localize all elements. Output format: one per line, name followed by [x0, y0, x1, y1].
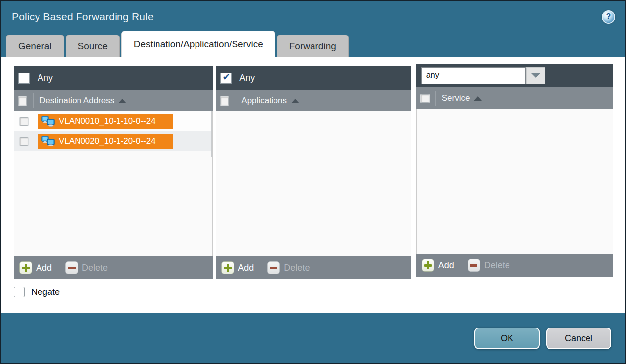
add-button[interactable]: Add	[19, 261, 52, 274]
tab-forwarding[interactable]: Forwarding	[277, 35, 349, 57]
negate-checkbox[interactable]	[14, 287, 25, 297]
service-column-header: Service	[416, 87, 613, 109]
table-row[interactable]: VLAN0010_10-1-10-0--24	[14, 111, 212, 131]
applications-toolbar: Add Delete	[216, 256, 411, 279]
address-object-label: VLAN0010_10-1-10-0--24	[59, 116, 156, 126]
applications-any-checkbox[interactable]	[221, 73, 231, 83]
plus-icon	[221, 261, 234, 274]
plus-icon	[422, 259, 434, 272]
network-address-icon	[41, 136, 55, 146]
negate-row: Negate	[14, 287, 613, 297]
applications-select-all-checkbox[interactable]	[220, 97, 229, 105]
service-select-all-checkbox[interactable]	[421, 94, 429, 103]
address-object-label: VLAN0020_10-1-20-0--24	[59, 136, 156, 146]
add-button[interactable]: Add	[221, 261, 254, 274]
service-dropdown-value[interactable]: any	[421, 67, 526, 84]
applications-header-label: Applications	[241, 96, 287, 106]
row-checkbox[interactable]	[20, 137, 28, 146]
scrollbar[interactable]	[211, 111, 212, 157]
applications-any-bar: Any	[216, 66, 411, 90]
policy-based-forwarding-dialog: Policy Based Forwarding Rule ? General S…	[0, 0, 626, 364]
destination-select-all-checkbox[interactable]	[18, 97, 27, 105]
service-dropdown-bar: any	[416, 64, 613, 87]
destination-column-header: Destination Address	[14, 90, 213, 111]
negate-label: Negate	[31, 287, 60, 297]
sort-ascending-icon[interactable]	[118, 99, 126, 103]
add-button-label: Add	[238, 263, 254, 273]
service-header-label: Service	[442, 93, 470, 103]
address-object-chip[interactable]: VLAN0020_10-1-20-0--24	[38, 134, 173, 149]
destination-any-label: Any	[38, 73, 53, 83]
plus-icon	[19, 261, 32, 274]
minus-icon	[267, 261, 280, 274]
delete-button[interactable]: Delete	[468, 259, 510, 272]
network-address-icon	[41, 116, 55, 127]
minus-icon	[65, 261, 78, 274]
applications-column-header: Applications	[216, 90, 411, 111]
titlebar: Policy Based Forwarding Rule ?	[1, 1, 625, 33]
table-row[interactable]: VLAN0020_10-1-20-0--24	[14, 131, 212, 151]
applications-any-label: Any	[239, 73, 255, 83]
service-dropdown[interactable]: any	[421, 67, 545, 84]
add-button-label: Add	[438, 260, 454, 271]
add-button[interactable]: Add	[422, 259, 454, 272]
header-divider	[33, 93, 34, 108]
row-checkbox-cell	[14, 111, 34, 131]
delete-button-label: Delete	[484, 260, 510, 271]
destination-any-bar: Any	[14, 66, 213, 90]
help-icon[interactable]: ?	[602, 10, 615, 24]
sort-ascending-icon[interactable]	[474, 96, 482, 101]
delete-button-label: Delete	[82, 263, 108, 273]
cancel-button[interactable]: Cancel	[546, 328, 611, 349]
tab-bar: General Source Destination/Application/S…	[1, 33, 625, 57]
service-panel: any Service Add	[416, 64, 613, 277]
sort-ascending-icon[interactable]	[291, 99, 299, 103]
minus-icon	[468, 259, 480, 272]
row-checkbox[interactable]	[20, 117, 28, 126]
header-divider	[235, 93, 235, 108]
address-object-chip[interactable]: VLAN0010_10-1-10-0--24	[38, 114, 173, 129]
tab-source[interactable]: Source	[66, 35, 120, 57]
delete-button[interactable]: Delete	[267, 261, 310, 274]
applications-list	[216, 111, 411, 256]
destination-any-checkbox[interactable]	[19, 73, 29, 83]
service-toolbar: Add Delete	[416, 254, 613, 277]
delete-button[interactable]: Delete	[65, 261, 108, 274]
ok-button[interactable]: OK	[474, 328, 540, 349]
chevron-down-icon[interactable]	[526, 67, 545, 84]
delete-button-label: Delete	[284, 263, 310, 273]
header-divider	[435, 91, 436, 106]
tab-general[interactable]: General	[6, 35, 64, 57]
dialog-footer: OK Cancel	[1, 313, 625, 363]
row-checkbox-cell	[14, 131, 34, 151]
destination-header-label: Destination Address	[39, 96, 114, 106]
tab-content: Any Destination Address	[1, 57, 625, 313]
applications-panel: Any Applications Add Delete	[216, 66, 411, 279]
service-list	[416, 109, 613, 254]
destination-address-list: VLAN0010_10-1-10-0--24 VLAN0020_10-1-20-…	[14, 111, 213, 256]
page-title: Policy Based Forwarding Rule	[12, 11, 154, 23]
tab-destination-application-service[interactable]: Destination/Application/Service	[121, 31, 275, 57]
add-button-label: Add	[36, 263, 52, 273]
destination-toolbar: Add Delete	[14, 256, 213, 279]
destination-address-panel: Any Destination Address	[14, 66, 213, 279]
